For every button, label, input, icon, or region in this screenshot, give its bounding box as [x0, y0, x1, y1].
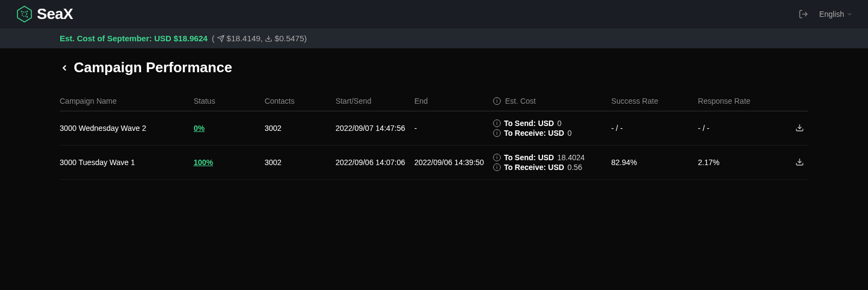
cell-end: 2022/09/06 14:39:50 — [414, 146, 493, 180]
table-row: 3000 Wednesday Wave 2 0% 3002 2022/09/07… — [60, 111, 808, 146]
cell-download — [784, 146, 808, 180]
svg-point-2 — [21, 11, 23, 12]
status-link[interactable]: 100% — [194, 158, 213, 167]
svg-point-3 — [27, 11, 28, 12]
info-icon[interactable]: i — [493, 129, 501, 137]
table-header-row: Campaign Name Status Contacts Start/Send… — [60, 91, 808, 111]
svg-marker-0 — [17, 7, 31, 22]
receive-amount: $0.5475) — [275, 34, 307, 43]
cost-recv-label: To Receive: USD — [504, 163, 564, 172]
svg-point-1 — [22, 12, 27, 17]
th-status: Status — [194, 91, 265, 111]
brand-logo[interactable]: SeaX — [15, 5, 73, 23]
cost-send-value: 0 — [557, 119, 561, 128]
cell-end: - — [414, 111, 493, 146]
est-cost-main: Est. Cost of September: USD $18.9624 — [60, 34, 208, 43]
top-bar: SeaX English — [0, 0, 868, 28]
cost-send-label: To Send: USD — [504, 153, 554, 162]
campaign-table: Campaign Name Status Contacts Start/Send… — [60, 91, 808, 180]
cost-send-label: To Send: USD — [504, 119, 554, 128]
page-header: Campaign Performance — [60, 59, 808, 76]
cost-send-value: 18.4024 — [557, 153, 585, 162]
cell-start: 2022/09/07 14:47:56 — [335, 111, 414, 146]
cell-response: - / - — [698, 111, 785, 146]
th-name: Campaign Name — [60, 91, 194, 111]
cell-success: 82.94% — [611, 146, 698, 180]
cost-summary-bar: Est. Cost of September: USD $18.9624 ( $… — [0, 28, 868, 48]
cell-contacts: 3002 — [265, 146, 336, 180]
cell-status: 0% — [194, 111, 265, 146]
info-icon[interactable]: i — [493, 163, 501, 171]
download-icon[interactable] — [795, 123, 804, 132]
language-selector[interactable]: English — [819, 10, 853, 18]
table-row: 3000 Tuesday Wave 1 100% 3002 2022/09/06… — [60, 146, 808, 180]
main-content: Campaign Performance Campaign Name Statu… — [0, 48, 868, 191]
language-label: English — [819, 10, 844, 18]
cell-contacts: 3002 — [265, 111, 336, 146]
cell-response: 2.17% — [698, 146, 785, 180]
logout-icon[interactable] — [799, 9, 808, 19]
th-cost: i Est. Cost — [493, 91, 611, 111]
cost-recv-value: 0 — [567, 129, 572, 137]
info-icon[interactable]: i — [493, 97, 501, 105]
send-amount: $18.4149, — [227, 34, 263, 43]
th-end: End — [414, 91, 493, 111]
cell-success: - / - — [611, 111, 698, 146]
download-icon[interactable] — [795, 157, 804, 166]
cell-cost: i To Send: USD 18.4024 i To Receive: USD… — [493, 146, 611, 180]
page-title: Campaign Performance — [74, 59, 232, 76]
logo-icon — [15, 5, 34, 23]
cost-recv-value: 0.56 — [567, 163, 582, 172]
cell-status: 100% — [194, 146, 265, 180]
th-contacts: Contacts — [265, 91, 336, 111]
status-link[interactable]: 0% — [194, 124, 205, 133]
cell-name: 3000 Wednesday Wave 2 — [60, 111, 194, 146]
top-right: English — [799, 9, 853, 19]
th-success: Success Rate — [611, 91, 698, 111]
send-icon — [217, 35, 225, 42]
svg-point-4 — [27, 16, 28, 18]
cost-recv-label: To Receive: USD — [504, 129, 564, 137]
chevron-down-icon — [846, 11, 853, 17]
cell-cost: i To Send: USD 0 i To Receive: USD 0 — [493, 111, 611, 146]
th-response: Response Rate — [698, 91, 785, 111]
th-download — [784, 91, 808, 111]
info-icon[interactable]: i — [493, 154, 501, 161]
th-start: Start/Send — [335, 91, 414, 111]
receive-icon — [265, 35, 272, 42]
info-icon[interactable]: i — [493, 119, 501, 127]
brand-text: SeaX — [37, 5, 73, 23]
back-button[interactable] — [60, 61, 69, 75]
cell-name: 3000 Tuesday Wave 1 — [60, 146, 194, 180]
cell-download — [784, 111, 808, 146]
cell-start: 2022/09/06 14:07:06 — [335, 146, 414, 180]
th-cost-label: Est. Cost — [505, 97, 536, 105]
est-cost-detail: ( $18.4149, $0.5475) — [212, 34, 307, 43]
